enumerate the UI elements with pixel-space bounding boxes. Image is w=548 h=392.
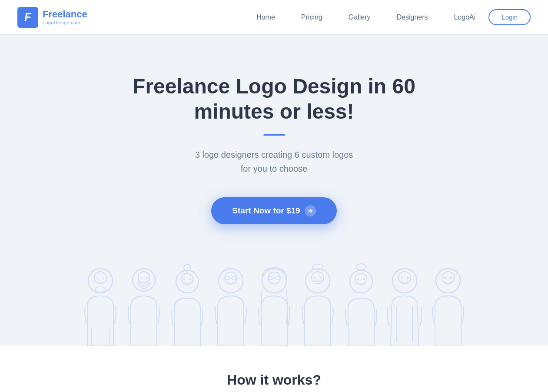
person-8 bbox=[383, 263, 426, 346]
hero-subtitle: 3 logo designers creating 6 custom logos… bbox=[144, 148, 405, 176]
nav-link-designers[interactable]: Designers bbox=[396, 13, 428, 21]
svg-point-41 bbox=[444, 277, 446, 279]
nav-item-designers[interactable]: Designers bbox=[396, 13, 428, 21]
svg-point-27 bbox=[314, 277, 316, 279]
svg-point-1 bbox=[94, 272, 106, 284]
person-4 bbox=[209, 263, 252, 346]
svg-point-4 bbox=[103, 278, 104, 279]
svg-point-42 bbox=[450, 277, 452, 279]
nav-link-logoai[interactable]: LogoAi bbox=[454, 13, 475, 21]
person-1 bbox=[79, 263, 122, 346]
nav-link-pricing[interactable]: Pricing bbox=[301, 13, 322, 21]
svg-point-2 bbox=[95, 287, 106, 292]
hero-section: Freelance Logo Design in 60 minutes or l… bbox=[0, 35, 548, 346]
nav-item-pricing[interactable]: Pricing bbox=[301, 13, 322, 21]
nav-link-gallery[interactable]: Gallery bbox=[349, 13, 371, 21]
nav-item-home[interactable]: Home bbox=[256, 13, 275, 21]
people-illustration bbox=[17, 250, 531, 346]
nav-item-logoai[interactable]: LogoAi bbox=[454, 13, 475, 21]
hero-title: Freelance Logo Design in 60 minutes or l… bbox=[100, 74, 448, 124]
svg-point-7 bbox=[140, 277, 142, 279]
svg-point-21 bbox=[268, 272, 280, 284]
hero-subtitle-text: 3 logo designers creating 6 custom logos… bbox=[195, 150, 353, 173]
svg-point-34 bbox=[363, 279, 365, 280]
svg-point-14 bbox=[189, 279, 191, 280]
nav-links: Home Pricing Gallery Designers LogoAi bbox=[256, 13, 475, 21]
svg-point-3 bbox=[96, 278, 98, 279]
person-7 bbox=[339, 263, 383, 346]
svg-point-12 bbox=[182, 273, 193, 285]
svg-point-40 bbox=[442, 272, 454, 284]
login-button[interactable]: Login bbox=[488, 9, 531, 25]
svg-point-36 bbox=[399, 272, 411, 284]
svg-point-29 bbox=[312, 264, 323, 269]
person-5 bbox=[252, 263, 296, 346]
person-6 bbox=[296, 263, 339, 346]
logo-main-text: Freelance bbox=[43, 9, 87, 20]
cta-button[interactable]: Start Now for $19 ➔ bbox=[211, 197, 336, 224]
person-2 bbox=[122, 263, 166, 346]
hero-divider bbox=[263, 134, 285, 136]
cta-arrow-icon: ➔ bbox=[305, 205, 316, 216]
svg-point-6 bbox=[138, 272, 149, 283]
logo-link[interactable]: F Freelance LogoDesign.com bbox=[17, 7, 87, 28]
person-3 bbox=[166, 263, 209, 346]
logo-sub-text: LogoDesign.com bbox=[43, 20, 87, 25]
person-9 bbox=[426, 263, 470, 346]
svg-point-33 bbox=[357, 279, 359, 280]
how-it-works-section: How it works? bbox=[0, 346, 548, 392]
svg-point-30 bbox=[356, 264, 366, 270]
navbar: F Freelance LogoDesign.com Home Pricing … bbox=[0, 0, 548, 35]
nav-item-gallery[interactable]: Gallery bbox=[349, 13, 371, 21]
how-it-works-title: How it works? bbox=[17, 372, 531, 388]
svg-point-37 bbox=[400, 277, 402, 279]
cta-label: Start Now for $19 bbox=[232, 206, 300, 216]
nav-link-home[interactable]: Home bbox=[256, 13, 275, 21]
svg-point-28 bbox=[320, 277, 322, 279]
logo-icon: F bbox=[17, 7, 38, 28]
svg-point-32 bbox=[355, 273, 367, 285]
svg-point-8 bbox=[146, 277, 148, 279]
svg-point-38 bbox=[406, 277, 409, 279]
svg-point-13 bbox=[183, 279, 185, 280]
logo-text: Freelance LogoDesign.com bbox=[43, 9, 87, 25]
